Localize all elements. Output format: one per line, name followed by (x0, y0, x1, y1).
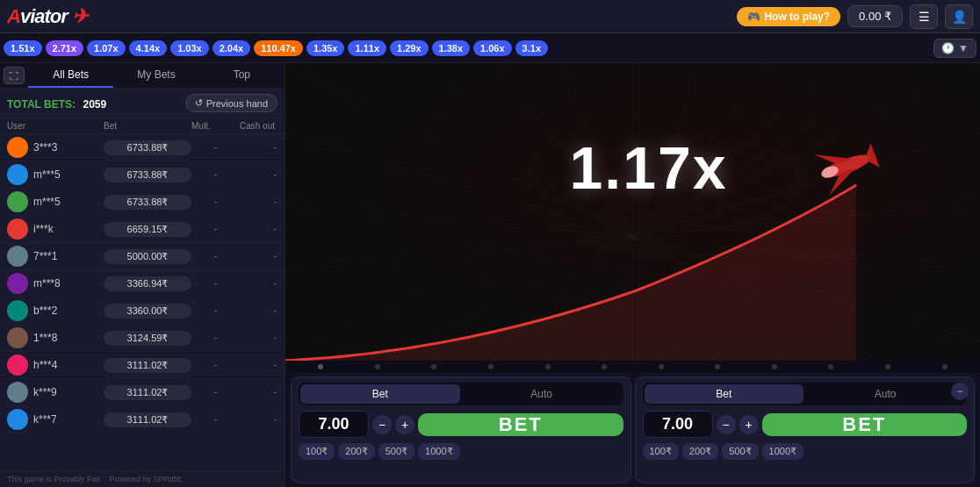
dot-indicators (285, 361, 980, 373)
mult-badge-9[interactable]: 1.29x (390, 40, 429, 56)
user-cell: 7***1 (7, 246, 104, 267)
how-to-play-label: How to play? (764, 11, 830, 23)
minimize-button-2[interactable]: − (951, 383, 969, 400)
panel-tab-bet-1[interactable]: Bet (300, 384, 460, 404)
menu-button[interactable]: ☰ (910, 4, 938, 29)
user-cell: b***2 (7, 300, 104, 321)
dot-indicator (828, 364, 833, 369)
game-curve (285, 97, 980, 361)
mult-badge-4[interactable]: 1.03x (170, 40, 209, 56)
logo: Aviator ✈ (7, 5, 87, 28)
previous-hand-button[interactable]: ↺ Previous hand (185, 94, 277, 112)
table-row: m***5 6733.88₹ - - (0, 161, 285, 189)
multiplier-history-row: 1.51x 2.71x 1.07x 4.14x 1.03x 2.04x 110.… (0, 33, 980, 63)
mult-badge-7[interactable]: 1.35x (306, 40, 345, 56)
tab-my-bets[interactable]: My Bets (113, 63, 198, 88)
avatar (7, 409, 28, 430)
bet-button-2[interactable]: BET (762, 413, 968, 436)
table-row: 3***3 6733.88₹ - - (0, 134, 285, 161)
user-cell: k***7 (7, 409, 104, 430)
how-to-play-button[interactable]: 🎮 How to play? (737, 7, 840, 26)
mult-badge-8[interactable]: 1.11x (348, 40, 386, 56)
table-row: h***4 3111.02₹ - - (0, 352, 285, 379)
menu-icon: ☰ (919, 10, 930, 24)
increment-button-2[interactable]: + (739, 415, 759, 434)
decrement-button-1[interactable]: − (372, 415, 392, 434)
amount-row-1: − + BET (299, 411, 623, 438)
mult-badge-5[interactable]: 2.04x (213, 40, 251, 56)
cashout-value: - (240, 304, 285, 317)
cashout-value: - (240, 141, 285, 154)
bet-amount: 3111.02₹ (104, 385, 191, 400)
panel-tab-bet-2[interactable]: Bet (645, 384, 804, 404)
history-button[interactable]: 🕐 ▼ (933, 39, 976, 58)
panel-tabs-2: Bet Auto (643, 383, 968, 405)
quick-1000-1[interactable]: 1000₹ (418, 443, 459, 460)
bet-amount: 6659.15₹ (104, 222, 191, 237)
cashout-value: - (240, 223, 285, 235)
quick-500-1[interactable]: 500₹ (378, 443, 414, 460)
bet-amount: 3111.02₹ (104, 412, 191, 427)
panel-tab-auto-2[interactable]: Auto (805, 384, 965, 404)
quick-100-2[interactable]: 100₹ (643, 443, 679, 460)
mult-badge-6[interactable]: 110.47x (254, 40, 303, 56)
bet-amount: 3366.94₹ (104, 276, 191, 291)
mult-value: - (191, 386, 240, 398)
cashout-value: - (240, 359, 285, 371)
quick-1000-2[interactable]: 1000₹ (762, 443, 803, 460)
dot-indicator (659, 364, 664, 369)
user-cell: 3***3 (7, 137, 104, 158)
mult-badge-11[interactable]: 1.06x (473, 40, 512, 56)
quick-500-2[interactable]: 500₹ (722, 443, 758, 460)
dot-indicator (545, 364, 551, 369)
mult-badge-2[interactable]: 1.07x (87, 40, 126, 56)
avatar (7, 300, 28, 321)
user-button[interactable]: 👤 (945, 4, 973, 29)
expand-icon-button[interactable]: ⛶ (4, 67, 25, 84)
main-layout: ⛶ All Bets My Bets Top TOTAL BETS: 2059 … (0, 63, 980, 487)
amount-input-1[interactable] (299, 411, 369, 438)
user-cell: k***9 (7, 382, 104, 403)
mult-badge-12[interactable]: 3.1x (515, 40, 548, 56)
tab-top[interactable]: Top (199, 63, 285, 88)
mult-value: - (191, 141, 240, 154)
user-cell: i***k (7, 218, 104, 240)
mult-badge-3[interactable]: 4.14x (129, 40, 168, 56)
dot-indicator (318, 364, 323, 369)
user-cell: 1***8 (7, 327, 104, 348)
table-row: m***5 6733.88₹ - - (0, 189, 285, 216)
tabs-row: ⛶ All Bets My Bets Top (0, 63, 285, 89)
left-panel: ⛶ All Bets My Bets Top TOTAL BETS: 2059 … (0, 63, 285, 487)
bet-amount: 6733.88₹ (104, 140, 191, 155)
mult-badge-1[interactable]: 2.71x (46, 40, 84, 56)
decrement-button-2[interactable]: − (717, 415, 736, 434)
bet-button-1[interactable]: BET (418, 413, 623, 436)
mult-value: - (191, 223, 240, 235)
cashout-value: - (240, 196, 285, 208)
mult-badge-10[interactable]: 1.38x (432, 40, 471, 56)
table-row: m***8 3366.94₹ - - (0, 270, 285, 297)
table-row: b***2 3360.00₹ - - (0, 297, 285, 325)
balance-button[interactable]: 0.00 ₹ (847, 5, 903, 27)
cashout-value: - (240, 168, 285, 181)
quick-200-1[interactable]: 200₹ (338, 443, 374, 460)
quick-200-2[interactable]: 200₹ (682, 443, 718, 460)
cashout-value: - (240, 386, 285, 398)
panel-tab-auto-1[interactable]: Auto (462, 384, 622, 404)
tab-all-bets[interactable]: All Bets (28, 63, 113, 88)
amount-input-2[interactable] (643, 411, 713, 438)
mult-value: - (191, 277, 240, 290)
mult-value: - (191, 196, 240, 208)
bet-amount: 5000.00₹ (104, 249, 191, 264)
avatar (7, 327, 28, 348)
mult-value: - (191, 359, 240, 371)
mult-value: - (191, 168, 240, 181)
increment-button-1[interactable]: + (395, 415, 414, 434)
quick-100-1[interactable]: 100₹ (299, 443, 335, 460)
bet-panel-2: − Bet Auto − + BET 100₹ 200₹ 500₹ 1000₹ (635, 376, 976, 483)
bet-amount: 3111.02₹ (104, 358, 191, 373)
bet-amount: 3124.59₹ (104, 331, 191, 346)
bottom-controls: Bet Auto − + BET 100₹ 200₹ 500₹ 1000₹ (285, 373, 980, 487)
mult-badge-0[interactable]: 1.51x (4, 40, 42, 56)
dot-indicator (431, 364, 436, 369)
